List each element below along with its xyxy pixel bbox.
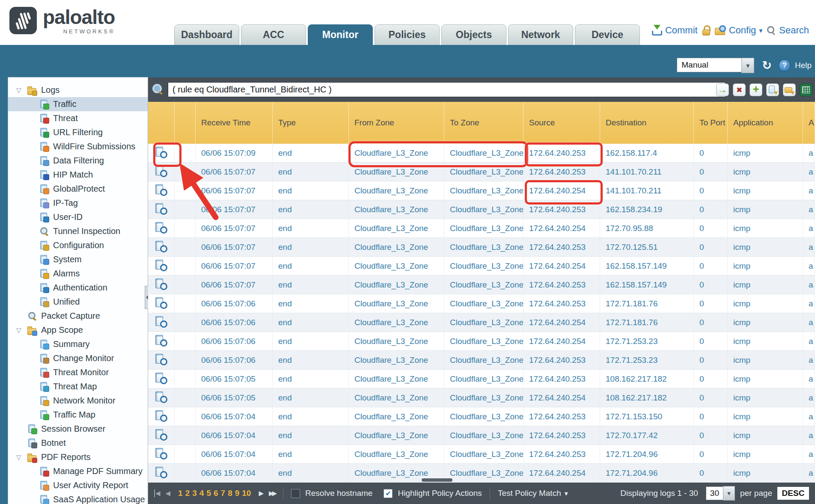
lock-icon[interactable] bbox=[702, 25, 711, 36]
table-row[interactable]: 06/06 15:07:07endCloudflare_L3_ZoneCloud… bbox=[148, 257, 815, 276]
column-header-a[interactable]: A bbox=[803, 102, 815, 144]
tab-dashboard[interactable]: Dashboard bbox=[174, 24, 239, 45]
log-detail-magnifier-icon[interactable] bbox=[155, 279, 168, 291]
table-row[interactable]: 06/06 15:07:06endCloudflare_L3_ZoneCloud… bbox=[148, 332, 815, 351]
expander-icon[interactable] bbox=[16, 86, 21, 94]
sidebar-item-url-filtering[interactable]: URL Filtering bbox=[8, 125, 148, 139]
sidebar-item-unified[interactable]: Unified bbox=[8, 295, 148, 309]
table-row[interactable]: 06/06 15:07:04endCloudflare_L3_ZoneCloud… bbox=[148, 426, 815, 445]
table-row[interactable]: 06/06 15:07:07endCloudflare_L3_ZoneCloud… bbox=[148, 181, 815, 200]
sidebar-item-hip-match[interactable]: HIP Match bbox=[8, 168, 148, 182]
apply-filter-button[interactable] bbox=[716, 83, 729, 96]
previous-page-button[interactable] bbox=[166, 489, 171, 497]
load-filter-button[interactable] bbox=[783, 83, 796, 96]
page-number[interactable]: 9 bbox=[235, 489, 240, 498]
sidebar-item-summary[interactable]: Summary bbox=[8, 337, 148, 351]
sidebar-item-user-id[interactable]: User-ID bbox=[8, 210, 148, 224]
sidebar-item-ip-tag[interactable]: IP-Tag bbox=[8, 196, 148, 210]
log-detail-magnifier-icon[interactable] bbox=[155, 241, 168, 254]
table-row[interactable]: 06/06 15:07:04endCloudflare_L3_ZoneCloud… bbox=[148, 445, 815, 464]
sidebar-item-threat[interactable]: Threat bbox=[8, 111, 148, 125]
page-number[interactable]: 3 bbox=[192, 489, 197, 498]
table-row[interactable]: 06/06 15:07:04endCloudflare_L3_ZoneCloud… bbox=[148, 407, 815, 426]
table-row[interactable]: 06/06 15:07:07endCloudflare_L3_ZoneCloud… bbox=[148, 238, 815, 257]
column-header-source[interactable]: Source bbox=[524, 102, 600, 144]
sidebar-item-authentication[interactable]: Authentication bbox=[8, 281, 148, 295]
config-button[interactable]: Config bbox=[715, 25, 763, 36]
help-label[interactable]: Help bbox=[795, 61, 812, 70]
per-page-dropdown-button[interactable] bbox=[723, 486, 735, 501]
column-header-to-port[interactable]: To Port bbox=[694, 102, 728, 144]
tab-policies[interactable]: Policies bbox=[375, 24, 440, 45]
export-to-csv-button[interactable] bbox=[800, 83, 812, 96]
log-detail-magnifier-icon[interactable] bbox=[155, 391, 168, 404]
sidebar-item-data-filtering[interactable]: Data Filtering bbox=[8, 154, 148, 168]
log-detail-magnifier-icon[interactable] bbox=[155, 316, 168, 329]
log-detail-magnifier-icon[interactable] bbox=[155, 429, 168, 442]
page-number[interactable]: 8 bbox=[228, 489, 232, 498]
help-icon[interactable] bbox=[779, 59, 791, 71]
column-header-destination[interactable]: Destination bbox=[600, 102, 694, 144]
save-filter-button[interactable] bbox=[766, 83, 779, 96]
per-page-select[interactable]: 30 bbox=[706, 486, 723, 500]
table-row[interactable]: 06/06 15:07:05endCloudflare_L3_ZoneCloud… bbox=[148, 370, 815, 388]
table-row[interactable]: 06/06 15:07:06endCloudflare_L3_ZoneCloud… bbox=[148, 294, 815, 313]
table-row[interactable]: 06/06 15:07:07endCloudflare_L3_ZoneCloud… bbox=[148, 276, 815, 294]
next-page-button[interactable] bbox=[259, 489, 264, 497]
log-detail-magnifier-icon[interactable] bbox=[155, 373, 168, 385]
column-header-type[interactable]: Type bbox=[273, 102, 349, 144]
clear-filter-button[interactable] bbox=[733, 83, 746, 96]
highlight-policy-checkbox[interactable] bbox=[384, 489, 393, 498]
last-page-button[interactable] bbox=[269, 489, 275, 497]
page-number[interactable]: 6 bbox=[214, 489, 218, 498]
test-policy-match-button[interactable]: Test Policy Match bbox=[498, 489, 568, 498]
sidebar-item-logs[interactable]: Logs bbox=[8, 83, 148, 97]
table-row[interactable]: 06/06 15:07:06endCloudflare_L3_ZoneCloud… bbox=[148, 313, 815, 332]
sidebar-item-threat-monitor[interactable]: Threat Monitor bbox=[8, 365, 148, 379]
page-number[interactable]: 5 bbox=[206, 489, 211, 498]
log-detail-magnifier-icon[interactable] bbox=[155, 335, 168, 348]
resolve-hostname-checkbox[interactable] bbox=[291, 489, 300, 498]
table-row[interactable]: 06/06 15:07:04endCloudflare_L3_ZoneCloud… bbox=[148, 464, 815, 483]
log-detail-magnifier-icon[interactable] bbox=[155, 410, 168, 423]
horizontal-scrollbar-thumb[interactable] bbox=[422, 478, 452, 482]
page-number[interactable]: 10 bbox=[242, 489, 251, 498]
sidebar-item-botnet[interactable]: Botnet bbox=[8, 436, 148, 450]
table-row[interactable]: 06/06 15:07:07endCloudflare_L3_ZoneCloud… bbox=[148, 200, 815, 219]
log-detail-magnifier-icon[interactable] bbox=[155, 297, 168, 310]
sidebar-item-session-browser[interactable]: Session Browser bbox=[8, 422, 148, 436]
column-header-from-zone[interactable]: From Zone bbox=[349, 102, 444, 144]
sidebar-item-manage-pdf-summary[interactable]: Manage PDF Summary bbox=[8, 464, 148, 478]
tab-acc[interactable]: ACC bbox=[241, 24, 306, 45]
log-detail-magnifier-icon[interactable] bbox=[155, 354, 168, 367]
sidebar-item-configuration[interactable]: Configuration bbox=[8, 238, 148, 252]
sidebar-item-packet-capture[interactable]: Packet Capture bbox=[8, 309, 148, 323]
tab-device[interactable]: Device bbox=[575, 24, 640, 45]
table-row[interactable]: 06/06 15:07:05endCloudflare_L3_ZoneCloud… bbox=[148, 388, 815, 407]
sidebar-item-alarms[interactable]: Alarms bbox=[8, 267, 148, 281]
sidebar-item-change-monitor[interactable]: Change Monitor bbox=[8, 351, 148, 365]
tab-network[interactable]: Network bbox=[508, 24, 573, 45]
sidebar-item-threat-map[interactable]: Threat Map bbox=[8, 379, 148, 394]
sidebar-item-wildfire-submissions[interactable]: WildFire Submissions bbox=[8, 139, 148, 154]
log-detail-magnifier-icon[interactable] bbox=[155, 467, 168, 480]
sidebar-item-system[interactable]: System bbox=[8, 252, 148, 267]
sidebar-item-traffic-map[interactable]: Traffic Map bbox=[8, 408, 148, 422]
page-number[interactable]: 7 bbox=[221, 489, 226, 498]
refresh-mode-dropdown-button[interactable] bbox=[741, 58, 754, 73]
search-button[interactable]: Search bbox=[767, 25, 809, 36]
sidebar-item-pdf-reports[interactable]: PDF Reports bbox=[8, 450, 148, 464]
first-page-button[interactable] bbox=[154, 489, 161, 497]
log-detail-magnifier-icon[interactable] bbox=[155, 448, 168, 461]
add-filter-button[interactable] bbox=[750, 83, 762, 96]
sidebar-item-app-scope[interactable]: App Scope bbox=[8, 323, 148, 337]
table-row[interactable]: 06/06 15:07:06endCloudflare_L3_ZoneCloud… bbox=[148, 351, 815, 370]
page-number[interactable]: 2 bbox=[185, 489, 190, 498]
expander-icon[interactable] bbox=[16, 453, 21, 461]
log-detail-magnifier-icon[interactable] bbox=[155, 260, 168, 273]
table-row[interactable]: 06/06 15:07:07endCloudflare_L3_ZoneCloud… bbox=[148, 219, 815, 238]
page-number[interactable]: 1 bbox=[178, 489, 183, 498]
tab-objects[interactable]: Objects bbox=[441, 24, 506, 45]
expander-icon[interactable] bbox=[16, 326, 21, 334]
column-header-application[interactable]: Application bbox=[728, 102, 803, 144]
